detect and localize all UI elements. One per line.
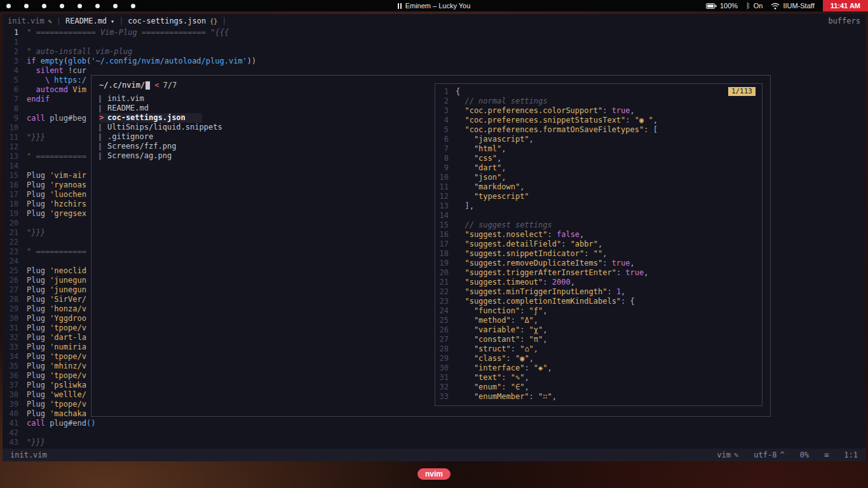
fzf-match-counter: 7/7 [163,81,177,90]
line-number: 28 [435,344,456,354]
code-line: 41call plug#end() [3,419,865,428]
tab-coc-settings.json[interactable]: coc-settings.json{} [128,17,217,25]
line-number: 32 [3,333,27,342]
line-number: 30 [3,314,27,323]
line-number: 22 [435,287,456,297]
line-number: 18 [435,249,456,259]
code-line: 15 // suggest settings [435,220,762,230]
code-line: 6 "javascript", [435,135,762,144]
markdown-icon: ▾ [111,18,114,25]
code-line: 42 [3,428,865,438]
statusline-filetype: vim✎ [717,451,738,459]
line-number: 21 [3,228,27,238]
line-number: 41 [3,419,27,428]
tab-init.vim[interactable]: init.vim✎ [8,17,52,25]
line-number: 20 [3,219,27,228]
line-number: 33 [435,392,456,402]
buffers-label: buffers [828,17,860,25]
clock[interactable]: 11:41 AM [823,0,868,11]
tab-README.md[interactable]: README.md▾ [65,17,114,25]
line-number: 23 [435,297,456,306]
line-number: 34 [3,352,27,362]
menubar-app-dot-icon[interactable] [42,4,46,8]
fzf-pointer-icon: > [99,113,107,123]
line-number: 42 [3,428,27,438]
line-number: 16 [3,180,27,190]
tab-separator: | [57,17,61,25]
code-line: 1" ============= Vim-Plug ==============… [3,28,865,37]
code-line: 14 [435,211,762,220]
menubar-app-dot-icon[interactable] [6,4,11,8]
line-number: 12 [435,192,456,201]
bluetooth-state: On [754,2,763,10]
code-line: 1 [3,37,865,47]
line-number: 4 [435,116,456,125]
code-line: 9 "dart", [435,163,762,173]
line-number: 35 [3,362,27,371]
fzf-gutter-bar [99,143,101,151]
line-number: 2 [3,47,27,57]
fzf-item[interactable]: Screens/fzf.png [99,142,176,151]
line-number: 21 [435,278,456,287]
fzf-item[interactable]: README.md [99,104,149,113]
line-number: 23 [3,247,27,257]
menubar-app-dot-icon[interactable] [131,4,135,8]
code-line: 11 "markdown", [435,182,762,192]
line-number: 26 [435,325,456,335]
menubar-app-dot-icon[interactable] [95,4,100,8]
code-line: 7 "html", [435,144,762,154]
now-playing-label: Eminem – Lucky You [405,2,471,10]
fzf-item[interactable]: UltiSnips/liquid.snippets [99,123,222,132]
menubar-app-icons [0,4,135,8]
menubar-app-dot-icon[interactable] [78,4,82,8]
menubar-app-dot-icon[interactable] [113,4,118,8]
line-number: 7 [435,144,456,154]
fzf-item[interactable]: >coc-settings.json [99,113,202,123]
line-number: 38 [3,390,27,400]
fzf-item[interactable]: Screens/ag.png [99,151,172,161]
preview-code: 1{2 // normal settings3 "coc.preferences… [435,87,762,402]
fzf-item[interactable]: .gitignore [99,132,153,142]
line-number: 11 [3,133,27,142]
line-number: 3 [435,106,456,116]
workspace-pill[interactable]: nvim [417,468,451,480]
bluetooth-status[interactable]: ᛒ On [746,2,763,10]
line-number: 4 [3,66,27,76]
line-number: 15 [3,171,27,180]
line-number: 9 [435,163,456,173]
fzf-floating-window: ~/.c/nvim/ < 7/7 init.vimREADME.md>coc-s… [91,75,771,417]
code-line: 17 "suggest.detailField": "abbr", [435,240,762,249]
statusline-encoding: utf-8^ [754,451,784,459]
code-line: 18 "suggest.snippetIndicator": "", [435,249,762,259]
line-number: 33 [3,342,27,352]
battery-status[interactable]: 100% [706,2,738,10]
fzf-item[interactable]: init.vim [99,94,144,104]
fzf-item-label: Screens/fzf.png [107,142,176,151]
code-line: 8 "css", [435,154,762,163]
menubar-app-dot-icon[interactable] [24,4,29,8]
line-number: 19 [3,209,27,219]
code-line: 13 ], [435,201,762,211]
line-number: 40 [3,409,27,419]
menubar-app-dot-icon[interactable] [60,4,64,8]
line-number: 43 [3,438,27,447]
fzf-item-label: coc-settings.json [107,113,186,123]
code-line: 5 "coc.preferences.formatOnSaveFiletypes… [435,125,762,135]
vim-icon: ✎ [48,18,52,25]
wifi-ssid: IIUM-Staff [783,2,814,10]
wifi-status[interactable]: IIUM-Staff [771,2,814,10]
line-number: 9 [3,114,27,123]
statusline: init.vim vim✎ utf-8^ 0% ≡ 1:1 [3,449,865,461]
code-line: 33 "enumMember": "∷", [435,392,762,402]
line-number: 37 [3,381,27,390]
statusline-filename: init.vim [10,451,47,459]
fzf-preview-pane: 1/113 1{2 // normal settings3 "coc.prefe… [435,83,763,406]
tab-label: coc-settings.json [128,17,206,25]
line-number: 7 [3,95,27,104]
code-line: 4 "coc.preferences.snippetStatusText": "… [435,116,762,125]
tab-label: README.md [65,17,107,25]
line-number: 13 [3,152,27,161]
line-number: 17 [435,240,456,249]
line-number: 30 [435,363,456,373]
code-line: 27 "constant": "π", [435,335,762,344]
